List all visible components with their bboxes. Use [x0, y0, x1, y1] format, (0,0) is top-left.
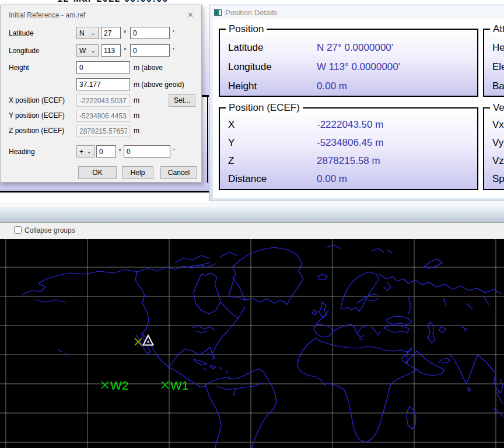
map-viewport[interactable]: W2 W1: [0, 239, 504, 448]
position-row-height: Height 0.00 m: [220, 76, 477, 96]
latitude-degrees-input[interactable]: [101, 27, 121, 39]
vehicle-dot-icon: [147, 341, 149, 342]
x-ecef-label: X position (ECEF): [9, 96, 65, 104]
latitude-value: N 27° 0.0000000': [317, 42, 393, 54]
cancel-button[interactable]: Cancel: [160, 166, 197, 179]
position-ecef-group: Position (ECEF) X -2222043.50 m Y -52348…: [219, 107, 478, 190]
height-geoid-input[interactable]: [76, 78, 130, 90]
ecef-row-z: Z 2878215.58 m: [220, 152, 477, 170]
ecef-row-x: X -2222043.50 m: [220, 116, 477, 134]
height-geoid-unit: m (above geoid): [134, 80, 184, 89]
position-group-title: Position: [226, 23, 267, 35]
world-map: W2 W1: [0, 239, 504, 448]
minute-symbol: ': [173, 148, 174, 156]
position-group: Position Latitude N 27° 0.0000000' Longi…: [219, 29, 478, 97]
screen: 12-Mar-2022 00:00:00 Collapse groups: [0, 0, 504, 448]
velocity-row: Vz: [484, 152, 504, 170]
toolbar-band: [0, 203, 504, 222]
minute-symbol: ': [173, 47, 174, 55]
velocity-row: Vy: [484, 134, 504, 152]
longitude-hemisphere-select[interactable]: W⌄: [76, 44, 99, 57]
position-details-content: Position Latitude N 27° 0.0000000' Longi…: [213, 19, 504, 198]
chevron-down-icon: ⌄: [91, 30, 96, 36]
meters-unit: m: [134, 96, 139, 104]
waypoint-w1-label: W1: [170, 379, 189, 392]
background-groupbox-border: [207, 97, 208, 191]
heading-degrees-input[interactable]: [96, 145, 116, 158]
heading-sign-select[interactable]: +⌄: [76, 145, 94, 158]
waypoint-w2-label: W2: [110, 379, 129, 392]
y-ecef-input: [76, 110, 130, 122]
waypoint-w1-marker: W1: [162, 379, 189, 392]
z-value: 2878215.58 m: [317, 155, 380, 167]
height-unit: m (above: [134, 64, 163, 72]
attitude-row: Ban: [484, 76, 504, 96]
meters-unit: m: [134, 111, 139, 120]
longitude-minutes-input[interactable]: [130, 44, 170, 57]
heading-minutes-input[interactable]: [124, 145, 170, 158]
position-details-window: Position Details Position Latitude N 27°…: [209, 5, 504, 201]
degree-symbol: °: [124, 47, 127, 55]
initial-reference-dialog: Initial Reference - am.ref ✕ Latitude N⌄…: [0, 5, 202, 183]
y-value: -5234806.45 m: [317, 137, 383, 149]
longitude-degrees-input[interactable]: [101, 44, 121, 57]
dialog-title: Initial Reference - am.ref: [9, 11, 85, 19]
degree-symbol: °: [124, 29, 127, 37]
window-icon: [214, 9, 222, 16]
collapse-groups-checkbox[interactable]: [14, 226, 22, 234]
attitude-row: Elev: [484, 57, 504, 76]
z-ecef-input: [76, 125, 130, 137]
position-row-latitude: Latitude N 27° 0.0000000': [220, 38, 477, 57]
waypoint-w2-marker: W2: [102, 379, 129, 392]
height-input[interactable]: [76, 61, 130, 74]
background-panel-strip: [0, 183, 212, 191]
map-toolbar: Collapse groups: [0, 223, 504, 239]
chevron-down-icon: ⌄: [91, 47, 96, 54]
attitude-row: Hea: [484, 38, 504, 57]
waypoint-cross-icon: [162, 382, 169, 388]
help-button[interactable]: Help: [122, 166, 153, 179]
latitude-minutes-input[interactable]: [130, 27, 170, 39]
attitude-group-title: Atti: [490, 23, 504, 35]
meters-unit: m: [134, 127, 139, 135]
minute-symbol: ': [173, 29, 174, 37]
longitude-label: Longitude: [9, 47, 40, 55]
latitude-label: Latitude: [9, 29, 34, 37]
z-ecef-label: Z position (ECEF): [9, 127, 64, 135]
coastlines: [22, 245, 503, 448]
velocity-row: Vx: [484, 116, 504, 134]
y-ecef-label: Y position (ECEF): [9, 111, 65, 120]
set-button[interactable]: Set...: [169, 94, 195, 107]
close-icon[interactable]: ✕: [187, 10, 194, 19]
height-label: Height: [9, 64, 29, 72]
x-value: -2222043.50 m: [317, 119, 383, 131]
velocity-group-title: Velo: [490, 102, 504, 114]
longitude-value: W 113° 0.0000000': [317, 61, 400, 73]
vehicle-cross-icon: [135, 338, 142, 345]
position-ecef-group-title: Position (ECEF): [226, 102, 303, 114]
collapse-groups-label: Collapse groups: [24, 226, 75, 235]
background-panel-sliver: [201, 5, 209, 95]
position-row-longitude: Longitude W 113° 0.0000000': [220, 57, 477, 76]
velocity-row: Spe: [484, 170, 504, 188]
position-details-titlebar[interactable]: Position Details: [209, 5, 504, 19]
waypoint-cross-icon: [102, 382, 108, 388]
window-title: Position Details: [225, 8, 278, 17]
attitude-group: Atti Hea Elev Ban: [483, 29, 504, 97]
distance-value: 0.00 m: [317, 173, 347, 185]
ecef-row-distance: Distance 0.00 m: [220, 170, 477, 188]
map-grid: [0, 239, 504, 448]
velocity-group: Velo Vx Vy Vz Spe: [483, 107, 504, 190]
ecef-row-y: Y -5234806.45 m: [220, 134, 477, 152]
latitude-hemisphere-select[interactable]: N⌄: [76, 27, 99, 39]
ok-button[interactable]: OK: [78, 166, 117, 179]
heading-label: Heading: [9, 148, 35, 156]
degree-symbol: °: [118, 148, 121, 156]
chevron-down-icon: ⌄: [87, 148, 92, 155]
x-ecef-input: [76, 94, 130, 107]
height-value: 0.00 m: [317, 80, 347, 92]
clipped-datetime: 12-Mar-2022 00:00:00: [57, 0, 203, 5]
